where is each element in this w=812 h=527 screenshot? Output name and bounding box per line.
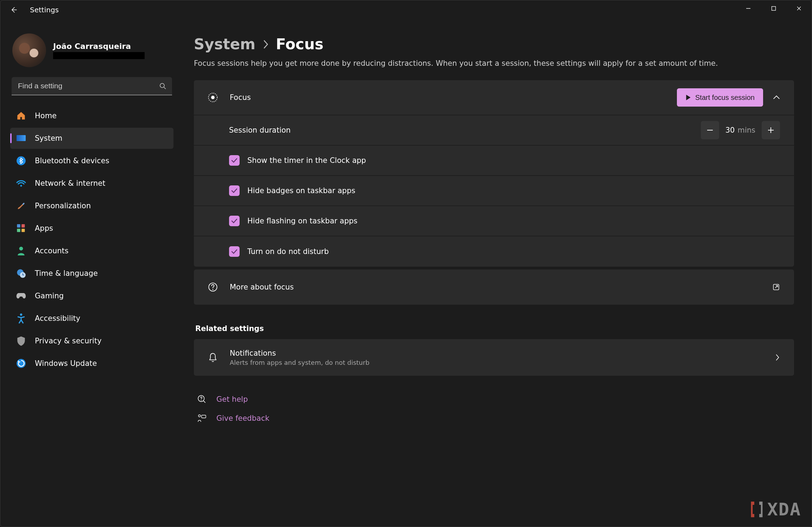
paintbrush-icon [16,201,26,211]
sidebar-item-label: Bluetooth & devices [35,157,109,165]
checkbox-dnd[interactable] [229,246,240,257]
sidebar-item-windows-update[interactable]: Windows Update [10,353,173,374]
bluetooth-icon [16,155,26,166]
sidebar-item-label: Gaming [35,292,64,300]
app-title: Settings [30,6,59,14]
search-input[interactable] [12,77,172,95]
system-icon [16,133,26,144]
svg-rect-8 [17,224,20,227]
session-duration-row: Session duration 30 mins [194,115,794,146]
minimize-icon [746,6,751,11]
chevron-up-icon[interactable] [773,95,780,100]
svg-point-27 [198,415,201,417]
related-settings-title: Related settings [195,324,794,333]
check-icon [231,188,237,193]
sidebar-item-label: Windows Update [35,359,97,368]
increase-duration-button[interactable] [762,121,780,139]
plus-icon [768,127,774,133]
user-block[interactable]: João Carrasqueira [10,33,173,77]
user-email-redacted [53,52,145,59]
watermark: XDA [748,499,801,520]
session-duration-stepper: 30 mins [701,121,780,139]
checkbox-hide-flashing[interactable] [229,216,240,226]
checkbox-show-timer[interactable] [229,155,240,166]
sidebar-item-privacy[interactable]: Privacy & security [10,330,173,351]
maximize-button[interactable] [761,0,786,17]
svg-point-23 [212,289,214,290]
give-feedback-link[interactable]: Give feedback [194,409,794,428]
option-hide-badges: Hide badges on taskbar apps [194,176,794,206]
svg-rect-5 [17,135,26,141]
option-dnd: Turn on do not disturb [194,236,794,267]
svg-point-26 [201,400,202,401]
content-area: System Focus Focus sessions help you get… [183,19,812,527]
titlebar: Settings [0,0,812,19]
svg-point-7 [20,185,22,187]
sidebar-item-system[interactable]: System [10,128,173,149]
session-duration-value: 30 [725,126,735,134]
play-icon [685,94,691,101]
get-help-link[interactable]: Get help [194,390,794,409]
sidebar-item-accounts[interactable]: Accounts [10,240,173,261]
session-duration-unit: mins [737,126,755,134]
svg-rect-10 [17,229,20,232]
sidebar-item-home[interactable]: Home [10,105,173,126]
sidebar-item-label: Accessibility [35,314,80,323]
option-label: Hide flashing on taskbar apps [247,217,780,225]
feedback-icon [197,414,207,423]
svg-rect-9 [21,224,25,227]
sidebar-item-personalization[interactable]: Personalization [10,195,173,216]
decrease-duration-button[interactable] [701,121,719,139]
checkbox-hide-badges[interactable] [229,185,240,196]
avatar [12,33,46,67]
apps-icon [16,223,26,234]
page-description: Focus sessions help you get more done by… [194,59,794,68]
search-icon [159,83,166,90]
close-button[interactable] [786,0,812,17]
focus-panel: Focus Start focus session Session durati… [194,80,794,267]
close-icon [797,6,801,11]
more-about-focus-panel[interactable]: More about focus [194,269,794,305]
svg-rect-11 [21,229,25,232]
start-focus-session-button[interactable]: Start focus session [677,88,763,107]
svg-point-12 [19,247,23,250]
sidebar-item-network[interactable]: Network & internet [10,173,173,194]
check-icon [231,249,237,254]
check-icon [231,218,237,224]
sidebar-item-label: Apps [35,224,53,233]
minimize-button[interactable] [736,0,761,17]
sidebar-item-time-language[interactable]: Time & language [10,263,173,284]
notifications-title: Notifications [230,349,775,357]
sidebar-item-label: Personalization [35,202,91,210]
option-label: Turn on do not disturb [247,247,780,256]
svg-point-18 [211,96,215,99]
help-links: Get help Give feedback [194,390,794,428]
external-link-icon [772,283,780,291]
search-box[interactable] [12,77,172,95]
help-icon [197,395,207,404]
sidebar-item-label: Time & language [35,269,98,278]
notifications-subtitle: Alerts from apps and system, do not dist… [230,359,775,366]
maximize-icon [771,6,776,11]
sidebar: João Carrasqueira Home [0,19,183,527]
breadcrumb-parent[interactable]: System [194,36,255,53]
notifications-panel[interactable]: Notifications Alerts from apps and syste… [194,339,794,376]
sidebar-item-gaming[interactable]: Gaming [10,285,173,306]
session-duration-label: Session duration [229,126,701,134]
user-name: João Carrasqueira [53,42,145,51]
home-icon [16,110,26,121]
sidebar-item-accessibility[interactable]: Accessibility [10,308,173,329]
sidebar-item-label: System [35,134,62,142]
update-icon [16,358,26,369]
bell-icon [204,352,221,363]
sidebar-item-apps[interactable]: Apps [10,218,173,239]
arrow-left-icon [10,6,17,13]
check-icon [231,158,237,163]
sidebar-item-label: Accounts [35,247,69,255]
back-button[interactable] [7,3,21,17]
gamepad-icon [16,291,26,301]
focus-header-row[interactable]: Focus Start focus session [194,80,794,115]
sidebar-item-bluetooth[interactable]: Bluetooth & devices [10,150,173,171]
accessibility-icon [16,313,26,324]
svg-point-2 [160,83,164,88]
